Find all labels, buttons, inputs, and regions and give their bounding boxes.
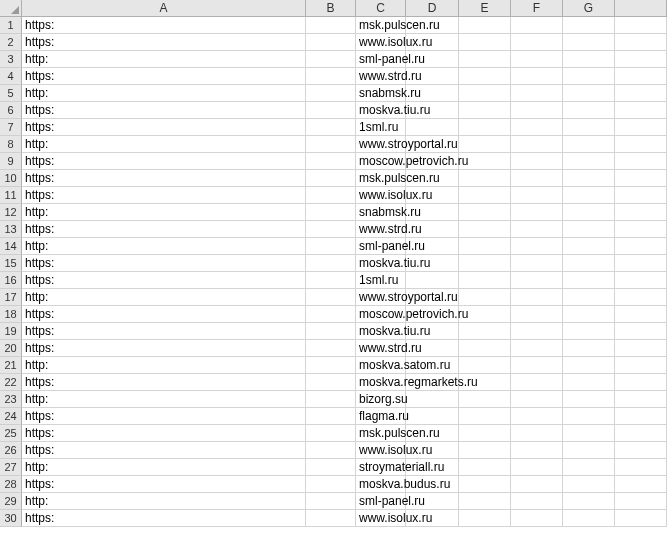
- cell-empty[interactable]: [511, 153, 563, 170]
- cell-empty[interactable]: [511, 493, 563, 510]
- cell-empty[interactable]: [615, 85, 667, 102]
- col-header-b[interactable]: B: [306, 0, 356, 17]
- cell-empty[interactable]: [615, 204, 667, 221]
- cell-empty[interactable]: [511, 119, 563, 136]
- cell-b[interactable]: [306, 408, 356, 425]
- cell-a[interactable]: http:: [22, 51, 306, 68]
- row-header[interactable]: 1: [0, 17, 22, 34]
- cell-empty[interactable]: [459, 238, 511, 255]
- row-header[interactable]: 4: [0, 68, 22, 85]
- cell-empty[interactable]: [563, 255, 615, 272]
- cell-c[interactable]: moskva.budus.ru: [356, 476, 406, 493]
- cell-empty[interactable]: [615, 442, 667, 459]
- cell-empty[interactable]: [511, 68, 563, 85]
- cell-empty[interactable]: [615, 272, 667, 289]
- cell-empty[interactable]: [615, 374, 667, 391]
- row-header[interactable]: 2: [0, 34, 22, 51]
- col-header-a[interactable]: A: [22, 0, 306, 17]
- cell-b[interactable]: [306, 272, 356, 289]
- cell-b[interactable]: [306, 357, 356, 374]
- cell-c[interactable]: msk.pulscen.ru: [356, 170, 406, 187]
- row-header[interactable]: 8: [0, 136, 22, 153]
- row-header[interactable]: 14: [0, 238, 22, 255]
- cell-empty[interactable]: [563, 510, 615, 527]
- cell-c[interactable]: www.isolux.ru: [356, 510, 406, 527]
- cell-empty[interactable]: [511, 255, 563, 272]
- cell-empty[interactable]: [511, 425, 563, 442]
- cell-empty[interactable]: [615, 102, 667, 119]
- cell-b[interactable]: [306, 51, 356, 68]
- cell-c[interactable]: moscow.petrovich.ru: [356, 306, 406, 323]
- row-header[interactable]: 10: [0, 170, 22, 187]
- cell-empty[interactable]: [511, 102, 563, 119]
- cell-empty[interactable]: [459, 85, 511, 102]
- cell-empty[interactable]: [563, 408, 615, 425]
- cell-empty[interactable]: [615, 136, 667, 153]
- cell-b[interactable]: [306, 442, 356, 459]
- cell-empty[interactable]: [563, 289, 615, 306]
- cell-a[interactable]: https:: [22, 170, 306, 187]
- cell-empty[interactable]: [563, 374, 615, 391]
- cell-empty[interactable]: [563, 204, 615, 221]
- cell-a[interactable]: https:: [22, 272, 306, 289]
- cell-empty[interactable]: [511, 17, 563, 34]
- cell-empty[interactable]: [563, 272, 615, 289]
- cell-empty[interactable]: [615, 306, 667, 323]
- cell-empty[interactable]: [459, 425, 511, 442]
- cell-b[interactable]: [306, 459, 356, 476]
- cell-empty[interactable]: [615, 34, 667, 51]
- cell-empty[interactable]: [511, 204, 563, 221]
- cell-empty[interactable]: [563, 476, 615, 493]
- cell-empty[interactable]: [615, 476, 667, 493]
- cell-empty[interactable]: [615, 289, 667, 306]
- cell-empty[interactable]: [615, 323, 667, 340]
- cell-a[interactable]: https:: [22, 34, 306, 51]
- cell-a[interactable]: https:: [22, 102, 306, 119]
- cell-c[interactable]: moskva.regmarkets.ru: [356, 374, 406, 391]
- cell-empty[interactable]: [459, 340, 511, 357]
- cell-b[interactable]: [306, 170, 356, 187]
- cell-empty[interactable]: [511, 136, 563, 153]
- cell-b[interactable]: [306, 136, 356, 153]
- cell-empty[interactable]: [459, 323, 511, 340]
- cell-b[interactable]: [306, 68, 356, 85]
- cell-b[interactable]: [306, 221, 356, 238]
- row-header[interactable]: 11: [0, 187, 22, 204]
- row-header[interactable]: 9: [0, 153, 22, 170]
- row-header[interactable]: 3: [0, 51, 22, 68]
- cell-empty[interactable]: [615, 408, 667, 425]
- cell-empty[interactable]: [459, 442, 511, 459]
- cell-a[interactable]: https:: [22, 306, 306, 323]
- cell-a[interactable]: https:: [22, 323, 306, 340]
- cell-c[interactable]: msk.pulscen.ru: [356, 17, 406, 34]
- cell-empty[interactable]: [563, 68, 615, 85]
- cell-empty[interactable]: [511, 391, 563, 408]
- cell-empty[interactable]: [563, 425, 615, 442]
- cell-empty[interactable]: [459, 102, 511, 119]
- row-header[interactable]: 28: [0, 476, 22, 493]
- cell-a[interactable]: https:: [22, 153, 306, 170]
- row-header[interactable]: 17: [0, 289, 22, 306]
- cell-empty[interactable]: [563, 34, 615, 51]
- cell-a[interactable]: https:: [22, 408, 306, 425]
- cell-a[interactable]: https:: [22, 187, 306, 204]
- cell-a[interactable]: http:: [22, 204, 306, 221]
- cell-empty[interactable]: [615, 170, 667, 187]
- cell-empty[interactable]: [563, 85, 615, 102]
- cell-empty[interactable]: [615, 493, 667, 510]
- cell-c[interactable]: 1sml.ru: [356, 119, 406, 136]
- cell-b[interactable]: [306, 102, 356, 119]
- cell-a[interactable]: http:: [22, 391, 306, 408]
- cell-empty[interactable]: [615, 340, 667, 357]
- cell-empty[interactable]: [615, 221, 667, 238]
- cell-empty[interactable]: [511, 357, 563, 374]
- cell-empty[interactable]: [615, 17, 667, 34]
- spreadsheet[interactable]: A B C D E F G 1https:msk.pulscen.ru2http…: [0, 0, 668, 527]
- cell-c[interactable]: www.strd.ru: [356, 340, 406, 357]
- cell-empty[interactable]: [459, 357, 511, 374]
- row-header[interactable]: 16: [0, 272, 22, 289]
- cell-b[interactable]: [306, 510, 356, 527]
- row-header[interactable]: 24: [0, 408, 22, 425]
- row-header[interactable]: 23: [0, 391, 22, 408]
- col-header-h[interactable]: [615, 0, 667, 17]
